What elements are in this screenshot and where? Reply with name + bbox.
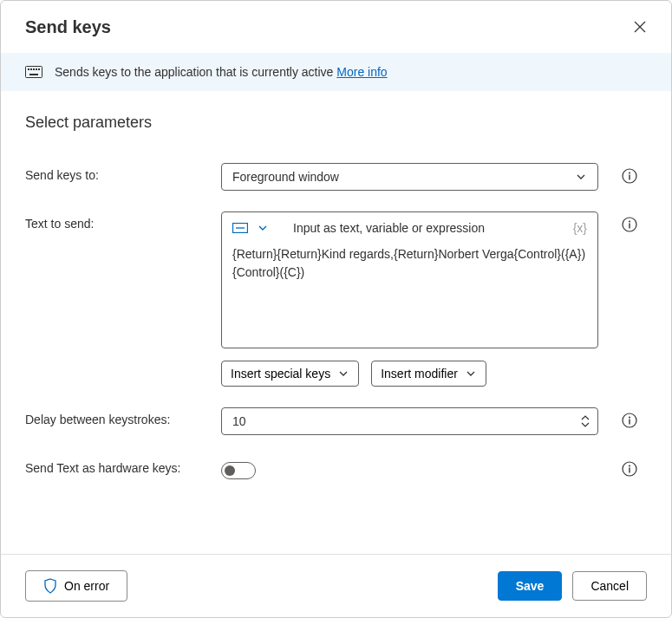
- svg-rect-0: [26, 67, 42, 78]
- insert-modifier-button[interactable]: Insert modifier: [371, 361, 486, 387]
- section-title: Select parameters: [25, 114, 647, 132]
- svg-rect-4: [36, 68, 37, 70]
- on-error-button[interactable]: On error: [25, 570, 127, 602]
- more-info-link[interactable]: More info: [336, 65, 387, 79]
- chevron-down-icon: [337, 368, 349, 380]
- svg-rect-17: [629, 420, 630, 425]
- text-to-send-value: {Return}{Return}Kind regards,{Return}Nor…: [232, 245, 587, 282]
- row-hardware-keys: Send Text as hardware keys:: [25, 456, 647, 485]
- shield-icon: [43, 578, 57, 594]
- svg-rect-1: [28, 68, 29, 70]
- chevron-down-icon: [465, 368, 477, 380]
- text-to-send-label: Text to send:: [25, 211, 207, 231]
- row-text-to-send: Text to send: Input as text, variable or…: [25, 211, 647, 387]
- dialog-footer: On error Save Cancel: [1, 554, 671, 617]
- info-icon[interactable]: [622, 413, 637, 428]
- info-icon[interactable]: [622, 168, 637, 184]
- text-to-send-input[interactable]: Input as text, variable or expression {x…: [221, 211, 598, 348]
- svg-point-19: [629, 465, 630, 467]
- svg-point-16: [629, 417, 630, 419]
- send-keys-to-label: Send keys to:: [25, 163, 207, 182]
- info-banner: Sends keys to the application that is cu…: [1, 53, 671, 91]
- keyboard-icon: [25, 66, 42, 78]
- svg-rect-5: [38, 68, 40, 70]
- svg-rect-2: [30, 68, 32, 70]
- insert-special-keys-button[interactable]: Insert special keys: [221, 361, 359, 387]
- dialog-header: Send keys: [1, 1, 671, 53]
- svg-rect-6: [29, 74, 38, 75]
- chevron-up-icon: [580, 414, 590, 421]
- text-to-send-placeholder: Input as text, variable or expression: [293, 221, 564, 235]
- svg-point-13: [629, 221, 630, 223]
- hardware-keys-label: Send Text as hardware keys:: [25, 456, 207, 475]
- delay-input[interactable]: 10: [221, 407, 598, 435]
- delay-value: 10: [232, 414, 246, 428]
- info-icon[interactable]: [622, 217, 637, 232]
- info-icon[interactable]: [622, 461, 637, 477]
- svg-rect-9: [629, 175, 630, 180]
- hardware-keys-toggle[interactable]: [221, 462, 256, 479]
- send-keys-to-select[interactable]: Foreground window: [221, 163, 598, 191]
- save-button[interactable]: Save: [498, 571, 563, 601]
- send-keys-dialog: Send keys Sends keys to the application …: [0, 0, 672, 618]
- dialog-title: Send keys: [25, 17, 111, 37]
- cancel-button[interactable]: Cancel: [572, 571, 647, 601]
- close-icon: [633, 20, 647, 34]
- chevron-down-icon: [575, 171, 587, 183]
- send-keys-to-value: Foreground window: [232, 170, 339, 184]
- row-delay: Delay between keystrokes: 10: [25, 407, 647, 435]
- svg-rect-14: [629, 224, 630, 229]
- dialog-content: Select parameters Send keys to: Foregrou…: [1, 91, 671, 554]
- delay-spinner[interactable]: [580, 414, 590, 428]
- info-text: Sends keys to the application that is cu…: [55, 65, 388, 79]
- close-button[interactable]: [630, 16, 650, 37]
- delay-label: Delay between keystrokes:: [25, 407, 207, 426]
- chevron-down-icon: [580, 421, 590, 428]
- text-mode-icon: [232, 223, 248, 233]
- svg-rect-20: [629, 468, 630, 473]
- svg-rect-3: [33, 68, 35, 70]
- svg-point-8: [629, 172, 630, 174]
- chevron-down-icon[interactable]: [257, 222, 269, 234]
- variable-insert-icon[interactable]: {x}: [573, 221, 587, 235]
- row-send-keys-to: Send keys to: Foreground window: [25, 163, 647, 191]
